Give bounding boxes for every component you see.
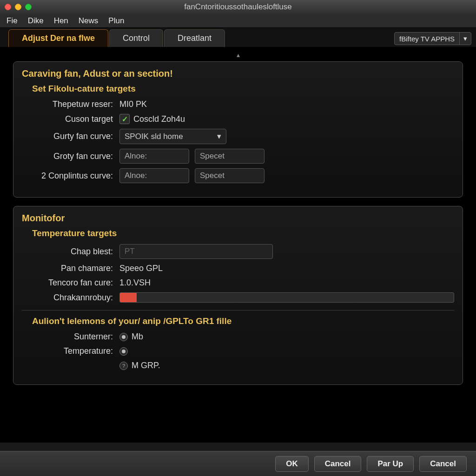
tab-control[interactable]: Control: [109, 29, 163, 47]
cancel2-button[interactable]: Cancel: [419, 456, 467, 472]
tencoro-label: Tencoro fan cure:: [22, 278, 119, 288]
ok-button[interactable]: OK: [275, 456, 309, 472]
panel-caraving-title: Caraving fan, Adust or an section!: [22, 68, 454, 79]
menu-plun[interactable]: Plun: [108, 16, 124, 26]
chrak-label: Chrakannrobuy:: [22, 293, 119, 303]
panel-caraving-subtitle: Set Fikolu-cature targets: [32, 84, 454, 94]
temperature-label: Temperature:: [22, 346, 119, 356]
footer: OK Cancel Par Up Cancel: [0, 451, 476, 476]
menu-dike[interactable]: Dike: [28, 16, 44, 26]
menubar: Fie Dike Hen News Plun: [0, 14, 476, 28]
temperature-radio[interactable]: [119, 347, 128, 356]
cancel-button[interactable]: Cancel: [314, 456, 362, 472]
panel-monitofor: Monitofor Temperature targets Chap blest…: [13, 206, 463, 385]
row-chap: Chap blest: PT: [22, 244, 454, 259]
gurty-select[interactable]: SPOIK sld home ▾: [119, 129, 226, 144]
window-title: fanCntoritioussothaulesloftluse: [0, 2, 476, 12]
cuson-checkbox-label: Coscld Zoh4u: [133, 114, 185, 124]
separator: [22, 310, 454, 311]
pan-label: Pan chamare:: [22, 264, 119, 273]
chrak-progress-fill: [120, 293, 137, 302]
gurty-select-value: SPOIK sld home: [125, 132, 183, 141]
pan-value: Speeo GPL: [119, 264, 163, 273]
sunterner-radio[interactable]: [119, 333, 128, 341]
sunterner-label: Sunterner:: [22, 332, 119, 342]
cuson-label: Cuson target: [22, 114, 119, 124]
row-thepetuw: Thepetuw reser: MI0 PK: [22, 99, 454, 109]
groty-input-2[interactable]: Specet: [195, 149, 264, 164]
menu-hen[interactable]: Hen: [54, 16, 68, 26]
profile-selector-label: fBiftey TV APPHS: [395, 33, 459, 45]
tab-adjust[interactable]: Adjust Der na flwe: [8, 29, 108, 47]
row-temperature: Temperature:: [22, 346, 454, 356]
aulion-title: Aulion't lelemons of your/ anip /GPLTo G…: [32, 316, 454, 326]
mgrp-radio[interactable]: ?: [119, 362, 128, 370]
menu-news[interactable]: News: [79, 16, 99, 26]
tabbar: Adjust Der na flwe Control Dreatlant fBi…: [0, 28, 476, 47]
chevron-down-icon: ▾: [217, 132, 221, 141]
row-pan: Pan chamare: Speeo GPL: [22, 264, 454, 273]
sunterner-value: Mb: [132, 332, 143, 342]
panel-monitofor-subtitle: Temperature targets: [32, 228, 454, 238]
tencoro-value: 1.0.VSH: [119, 278, 151, 288]
thepetuw-value: MI0 PK: [119, 99, 147, 109]
titlebar: fanCntoritioussothaulesloftluse: [0, 0, 476, 14]
chrak-progress[interactable]: [119, 292, 454, 303]
thepetuw-label: Thepetuw reser:: [22, 99, 119, 109]
row-mgrp: ? M GRP.: [22, 361, 454, 370]
cuson-checkbox[interactable]: ✓: [119, 114, 130, 124]
tab-dreatlant[interactable]: Dreatlant: [164, 29, 225, 47]
panel-monitofor-title: Monitofor: [22, 213, 454, 224]
chevron-down-icon: ▾: [459, 33, 471, 45]
gurty-label: Gurty fan curve:: [22, 132, 119, 141]
content-area: ▴ Caraving fan, Adust or an section! Set…: [0, 47, 476, 443]
collapse-arrow-icon[interactable]: ▴: [13, 50, 463, 61]
parup-button[interactable]: Par Up: [367, 456, 414, 472]
row-groty: Groty fan curve: Alnoe: Specet: [22, 149, 454, 164]
panel-caraving: Caraving fan, Adust or an section! Set F…: [13, 61, 463, 198]
row-conplintus: 2 Conplintus curve: Alnoe: Specet: [22, 168, 454, 183]
conplintus-input-1[interactable]: Alnoe:: [119, 168, 189, 183]
menu-file[interactable]: Fie: [7, 16, 18, 26]
mgrp-value: M GRP.: [132, 361, 160, 370]
groty-label: Groty fan curve:: [22, 152, 119, 161]
chap-input[interactable]: PT: [119, 244, 273, 259]
chap-label: Chap blest:: [22, 247, 119, 257]
conplintus-input-2[interactable]: Specet: [195, 168, 264, 183]
row-cuson: Cuson target ✓ Coscld Zoh4u: [22, 114, 454, 124]
row-sunterner: Sunterner: Mb: [22, 332, 454, 342]
conplintus-label: 2 Conplintus curve:: [22, 171, 119, 181]
row-gurty: Gurty fan curve: SPOIK sld home ▾: [22, 129, 454, 144]
profile-selector[interactable]: fBiftey TV APPHS ▾: [394, 32, 471, 45]
row-chrak: Chrakannrobuy:: [22, 292, 454, 303]
groty-input-1[interactable]: Alnoe:: [119, 149, 189, 164]
row-tencoro: Tencoro fan cure: 1.0.VSH: [22, 278, 454, 288]
